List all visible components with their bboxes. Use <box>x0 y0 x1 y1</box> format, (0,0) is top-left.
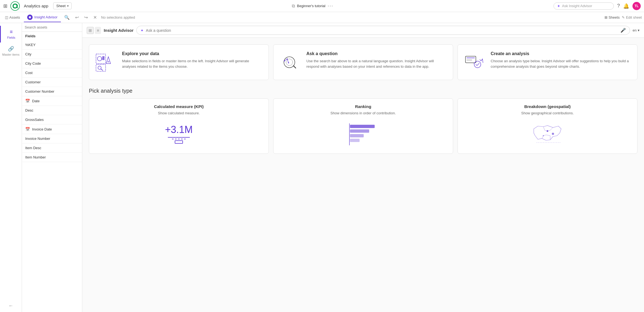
forward-icon[interactable]: ↪ <box>82 14 90 21</box>
chevron-down-icon: ▾ <box>67 4 69 7</box>
language-selector[interactable]: en ▾ <box>633 28 640 32</box>
sidebar-item-fields[interactable]: ≡ Fields <box>0 26 22 42</box>
ask-question-card: Ask a question Use the search bar above … <box>273 44 453 80</box>
ask-question-bar[interactable]: ✦ 🎤 <box>136 26 630 35</box>
fields-section-title: Fields <box>22 32 82 40</box>
master-items-nav-label: Master items <box>2 53 19 56</box>
svg-line-14 <box>293 66 296 68</box>
edit-icon: ✎ <box>622 15 625 19</box>
search-icon[interactable]: 🔍 <box>62 14 72 21</box>
svg-rect-28 <box>350 134 364 137</box>
star-icon: ✦ <box>557 4 560 8</box>
ranking-card[interactable]: Ranking Show dimensions in order of cont… <box>273 98 453 154</box>
field-item[interactable]: Customer Number <box>22 87 82 96</box>
fields-icon: ≡ <box>10 29 13 35</box>
collapse-icon: ← <box>9 303 13 309</box>
content-body: Explore your data Make selections in fie… <box>82 38 644 160</box>
help-icon[interactable]: ? <box>617 3 620 9</box>
create-analysis-title: Create an analysis <box>491 51 632 56</box>
calendar-icon: 📅 <box>25 127 30 131</box>
ask-question-input[interactable] <box>146 28 618 33</box>
tutorial-label: Beginner's tutorial <box>297 4 326 8</box>
layout-btn-grid[interactable]: ⊞ <box>87 27 94 34</box>
pick-analysis-title: Pick analysis type <box>89 88 637 94</box>
toolbar-right: ⊞ Sheets ✎ Edit sheet <box>605 15 642 19</box>
field-item[interactable]: 📅Invoice Date <box>22 124 82 134</box>
svg-point-31 <box>552 133 554 135</box>
field-item[interactable]: 📅Date <box>22 96 82 106</box>
fields-nav-label: Fields <box>7 36 15 39</box>
field-item[interactable]: %KEY <box>22 40 82 50</box>
svg-point-23 <box>474 61 481 68</box>
svg-point-11 <box>108 61 109 63</box>
no-selections-label: No selections applied <box>101 15 135 19</box>
explore-data-desc: Make selections in fields or master item… <box>122 58 263 69</box>
avatar[interactable]: TL <box>632 2 641 10</box>
field-name: City Code <box>25 61 41 66</box>
more-options-button[interactable]: ··· <box>327 3 333 9</box>
explore-data-card: Explore your data Make selections in fie… <box>89 44 269 80</box>
sheet-label: Sheet <box>56 4 66 8</box>
create-icon <box>463 51 485 73</box>
ranking-title: Ranking <box>355 104 371 109</box>
field-item[interactable]: GrossSales <box>22 115 82 124</box>
ask-question-desc: Use the search bar above to ask a natura… <box>306 58 447 69</box>
svg-rect-5 <box>102 56 104 60</box>
field-name: City <box>25 52 31 56</box>
assets-tab[interactable]: ◫ Assets <box>2 14 23 21</box>
second-toolbar: ◫ Assets Insight Advisor 🔍 ↩ ↪ ✕ No sele… <box>0 12 644 23</box>
sheets-button[interactable]: ⊞ Sheets <box>605 15 620 19</box>
sidebar-collapse-button[interactable]: ← <box>0 300 22 312</box>
top-nav: ⊞ Analytics app Sheet ▾ ⧉ Beginner's tut… <box>0 0 644 12</box>
notification-icon[interactable]: 🔔 <box>623 3 629 9</box>
field-item[interactable]: Customer <box>22 78 82 87</box>
field-name: Customer <box>25 80 41 84</box>
explore-data-title: Explore your data <box>122 51 263 56</box>
lang-label: en <box>633 28 637 32</box>
sidebar: ≡ Fields 🔗 Master items ← Fields %KEYCit… <box>0 23 82 312</box>
search-assets-input[interactable] <box>22 23 82 32</box>
svg-point-13 <box>286 59 293 66</box>
ask-question-text: Ask a question Use the search bar above … <box>306 51 447 69</box>
app-title: Analytics app <box>24 4 48 8</box>
field-item[interactable]: Invoice Number <box>22 134 82 143</box>
explore-data-text: Explore your data Make selections in fie… <box>122 51 263 69</box>
field-item[interactable]: City Code <box>22 59 82 68</box>
analysis-cards: Calculated measure (KPI) Show calculated… <box>89 98 637 154</box>
geo-desc: Show geographical contributions. <box>521 111 574 115</box>
field-list: %KEYCityCity CodeCostCustomerCustomer Nu… <box>22 40 82 162</box>
ask-insight-advisor-bar[interactable]: ✦ Ask Insight Advisor <box>553 2 614 10</box>
grid-icon[interactable]: ⊞ <box>3 3 7 9</box>
ranking-visual <box>279 121 447 148</box>
ask-insight-placeholder: Ask Insight Advisor <box>562 4 592 8</box>
mic-icon[interactable]: 🎤 <box>620 28 626 33</box>
sheets-label: Sheets <box>609 15 620 19</box>
svg-marker-10 <box>106 57 111 64</box>
presentation-icon: ⧉ <box>292 4 295 8</box>
geo-card[interactable]: Breakdown (geospatial) Show geographical… <box>457 98 637 154</box>
main-layout: ≡ Fields 🔗 Master items ← Fields %KEYCit… <box>0 23 644 312</box>
svg-rect-21 <box>467 57 475 58</box>
insight-advisor-tab[interactable]: Insight Advisor <box>24 13 61 22</box>
create-analysis-text: Create an analysis Choose an analysis ty… <box>491 51 632 69</box>
edit-sheet-label: Edit sheet <box>626 15 642 19</box>
field-item[interactable]: City <box>22 50 82 59</box>
sparkle-icon: ✦ <box>140 28 144 33</box>
edit-sheet-button[interactable]: ✎ Edit sheet <box>622 15 642 19</box>
field-item[interactable]: Desc <box>22 106 82 115</box>
clear-icon[interactable]: ✕ <box>91 14 99 21</box>
sidebar-item-master-items[interactable]: 🔗 Master items <box>0 42 22 59</box>
field-name: Item Number <box>25 155 46 159</box>
layout-btn-list[interactable]: ≡ <box>95 27 101 34</box>
insight-advisor-tab-label: Insight Advisor <box>34 15 58 19</box>
sidebar-inner: ≡ Fields 🔗 Master items ← Fields %KEYCit… <box>0 23 82 312</box>
field-item[interactable]: Item Desc <box>22 143 82 153</box>
back-icon[interactable]: ↩ <box>73 14 81 21</box>
fields-panel: Fields %KEYCityCity CodeCostCustomerCust… <box>22 23 82 312</box>
field-item[interactable]: Cost <box>22 68 82 78</box>
field-item[interactable]: Item Number <box>22 153 82 162</box>
kpi-card[interactable]: Calculated measure (KPI) Show calculated… <box>89 98 269 154</box>
svg-point-19 <box>284 60 285 61</box>
sheet-dropdown[interactable]: Sheet ▾ <box>53 2 72 9</box>
center-section: ⧉ Beginner's tutorial ··· <box>74 3 551 9</box>
